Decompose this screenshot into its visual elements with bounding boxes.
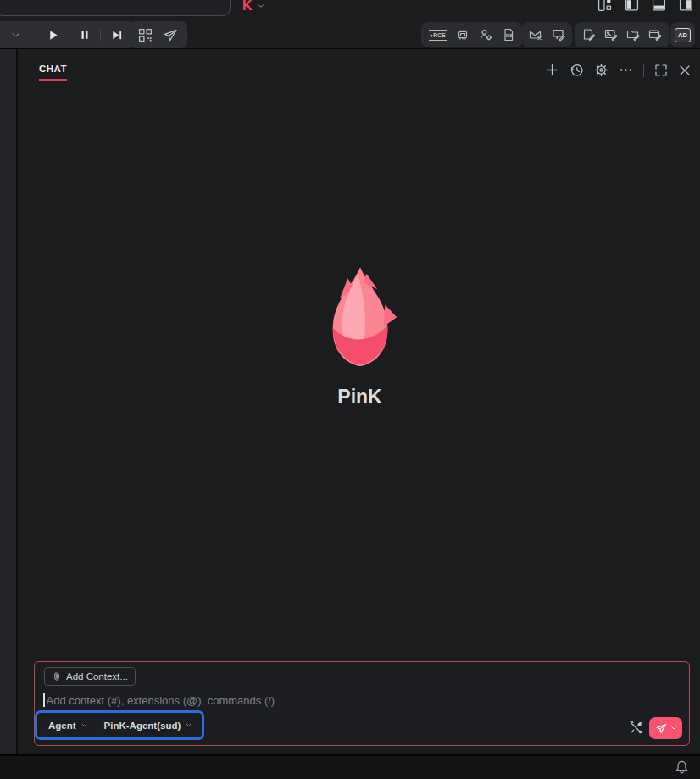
header-divider	[643, 64, 644, 77]
customize-layout-icon[interactable]	[597, 0, 612, 12]
comment-edit-icon[interactable]	[552, 28, 565, 42]
toggle-secondary-sidebar-icon[interactable]	[679, 0, 693, 12]
tools-button[interactable]	[629, 721, 643, 738]
toggle-primary-sidebar-icon[interactable]	[625, 0, 639, 12]
ad-extension-icon[interactable]: AD	[675, 28, 691, 42]
launcher-toolbar	[129, 21, 187, 48]
chevron-down-icon	[185, 721, 192, 729]
history-icon[interactable]	[569, 63, 584, 77]
paperclip-icon	[52, 670, 62, 682]
editor-actions-group-d: AD	[670, 22, 695, 47]
paper-plane-icon[interactable]	[164, 28, 178, 42]
app-menu-label: K	[242, 0, 253, 14]
file-edit-icon[interactable]	[582, 28, 596, 42]
app-window: K	[0, 0, 700, 779]
debug-dropdown-chevron-icon[interactable]	[10, 30, 21, 41]
logo-title: PinK	[19, 386, 700, 409]
new-chat-plus-icon[interactable]	[545, 63, 559, 77]
collapsed-sidebar-strip	[0, 49, 18, 754]
window-layout-icons	[597, 0, 693, 12]
pause-icon[interactable]	[79, 29, 91, 41]
agent-highlight-box: Agent PinK-Agent(sud)	[35, 710, 204, 740]
chevron-down-icon	[81, 721, 88, 729]
model-label: PinK-Agent(sud)	[104, 721, 181, 731]
send-options-chevron-icon	[670, 725, 677, 732]
dis-file-label: DIS	[506, 34, 513, 38]
send-button[interactable]	[649, 717, 682, 739]
model-dropdown[interactable]: PinK-Agent(sud)	[104, 721, 193, 731]
add-context-button[interactable]: Add Context...	[44, 667, 136, 686]
chat-empty-state: PinK	[19, 264, 700, 409]
editor-actions-group-b	[522, 22, 572, 47]
placeholder-text: Add context (#), extensions (@), command…	[47, 694, 275, 707]
chip-icon[interactable]	[456, 28, 469, 42]
agent-mode-label: Agent	[48, 721, 76, 731]
add-context-label: Add Context...	[66, 671, 128, 682]
chat-panel: CHAT PinK	[19, 49, 700, 754]
play-icon[interactable]	[47, 29, 59, 42]
dis-file-icon[interactable]: DIS	[502, 28, 515, 42]
toolbar-divider	[69, 29, 69, 41]
agent-mode-dropdown[interactable]: Agent	[48, 721, 88, 731]
paper-plane-icon	[655, 722, 668, 735]
input-caret	[43, 693, 45, 707]
notifications-bell-button[interactable]	[675, 760, 689, 779]
tab-chat[interactable]: CHAT	[39, 64, 67, 81]
editor-actions-group-c	[575, 22, 669, 47]
chat-input[interactable]: Add context (#), extensions (@), command…	[43, 693, 670, 707]
command-center-box[interactable]	[0, 0, 231, 16]
main-area: CHAT PinK	[0, 49, 700, 754]
folder-tools-icon[interactable]	[626, 28, 640, 42]
gear-icon[interactable]	[594, 63, 608, 77]
step-forward-icon[interactable]	[110, 29, 123, 42]
window-tools-icon[interactable]	[648, 28, 662, 42]
image-tools-icon[interactable]	[604, 28, 618, 42]
pink-logo	[321, 264, 399, 374]
tools-icon	[629, 721, 643, 735]
qr-grid-icon[interactable]	[138, 28, 153, 42]
title-bar: K	[0, 0, 700, 49]
chat-header-actions	[545, 63, 692, 77]
toolbar-divider	[100, 29, 101, 41]
user-gear-icon[interactable]	[479, 28, 492, 42]
status-bar	[0, 754, 700, 779]
ellipsis-icon[interactable]	[619, 63, 633, 77]
editor-actions-group-a: ●RCE DIS	[421, 22, 523, 47]
toggle-panel-icon[interactable]	[652, 0, 666, 12]
close-icon[interactable]	[678, 64, 692, 77]
chat-input-container: Add Context... Add context (#), extensio…	[34, 661, 690, 746]
debug-toolbar	[0, 21, 134, 48]
mail-close-icon[interactable]	[529, 28, 542, 42]
rce-badge-icon[interactable]: ●RCE	[429, 30, 447, 41]
chevron-down-icon	[257, 2, 265, 10]
bell-icon	[675, 760, 689, 776]
app-menu-k[interactable]: K	[242, 0, 265, 14]
maximize-icon[interactable]	[654, 64, 668, 77]
